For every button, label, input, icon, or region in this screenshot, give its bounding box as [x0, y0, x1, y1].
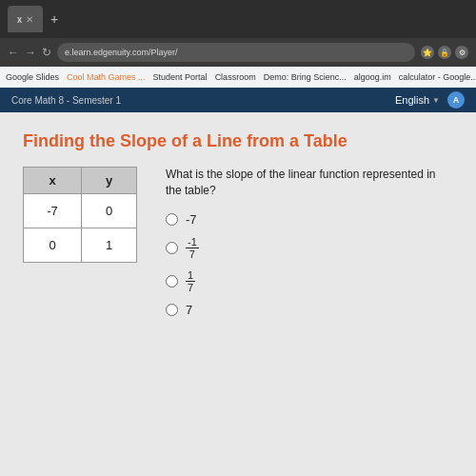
active-tab[interactable]: x ✕	[8, 6, 43, 32]
browser-icons: ⭐ 🔒 ⚙	[421, 46, 468, 59]
cell-x2: 0	[24, 228, 82, 263]
answer-label-4: 7	[186, 303, 192, 317]
cell-x1: -7	[24, 194, 82, 228]
question-area: What is the slope of the linear function…	[166, 167, 453, 327]
fraction-denominator-pos: 7	[186, 282, 195, 293]
forward-button[interactable]: →	[25, 46, 36, 59]
answer-label-3: 1 7	[186, 269, 195, 293]
browser-icon-1: ⭐	[421, 46, 434, 59]
cell-y1: 0	[81, 194, 136, 228]
tab-close-button[interactable]: ✕	[26, 14, 33, 25]
answer-option-4[interactable]: 7	[166, 303, 453, 317]
language-chevron: ▼	[432, 96, 440, 105]
table-row: 0 1	[24, 228, 137, 263]
col-header-y: y	[81, 168, 136, 194]
language-selector[interactable]: English ▼	[395, 94, 440, 106]
address-bar-row: ← → ↻ e.learn.edgenuity.com/Player/ ⭐ 🔒 …	[0, 38, 476, 67]
back-button[interactable]: ←	[8, 46, 19, 59]
browser-icon-2: 🔒	[438, 46, 451, 59]
tab-label: x	[17, 14, 22, 25]
edgenuity-nav: Core Math 8 - Semester 1 English ▼ A	[0, 88, 476, 112]
nav-right: English ▼ A	[395, 91, 465, 109]
browser-icon-3: ⚙	[455, 46, 468, 59]
language-label: English	[395, 94, 429, 106]
course-label: Core Math 8 - Semester 1	[11, 95, 121, 106]
radio-button-2[interactable]	[166, 242, 178, 254]
page-title: Finding the Slope of a Line from a Table	[23, 131, 453, 151]
refresh-button[interactable]: ↻	[42, 46, 51, 59]
new-tab-button[interactable]: +	[47, 11, 62, 27]
answer-label-2: -1 7	[186, 236, 199, 260]
question-text: What is the slope of the linear function…	[166, 167, 453, 199]
main-content: Finding the Slope of a Line from a Table…	[0, 112, 476, 476]
data-table: x y -7 0 0 1	[23, 167, 137, 263]
tab-bar: x ✕ +	[8, 6, 62, 32]
bookmark-google-slides[interactable]: Google Slides	[6, 72, 59, 82]
url-text: e.learn.edgenuity.com/Player/	[65, 48, 177, 57]
browser-chrome: x ✕ +	[0, 0, 476, 38]
avatar[interactable]: A	[447, 91, 465, 109]
answer-option-1[interactable]: -7	[166, 212, 453, 227]
bookmark-student-portal[interactable]: Student Portal	[153, 72, 208, 82]
cell-y2: 1	[81, 228, 136, 263]
fraction-numerator: -1	[186, 236, 199, 248]
radio-button-1[interactable]	[166, 213, 178, 226]
bookmark-calculator[interactable]: calculator - Google...	[399, 72, 476, 82]
content-area: x y -7 0 0 1 What is the slope of the li…	[23, 167, 453, 327]
col-header-x: x	[24, 168, 82, 194]
radio-button-3[interactable]	[166, 275, 178, 288]
radio-button-4[interactable]	[166, 304, 178, 316]
fraction-1-7: 1 7	[186, 269, 195, 293]
bookmark-classroom[interactable]: Classroom	[215, 72, 256, 82]
bookmarks-bar: Google Slides Cool Math Games ... Studen…	[0, 67, 476, 88]
fraction-numerator-pos: 1	[186, 269, 195, 282]
address-bar[interactable]: e.learn.edgenuity.com/Player/	[57, 43, 415, 62]
fraction-neg-1-7: -1 7	[186, 236, 199, 260]
page-title-text: Finding the Slope of a Line from a Table	[23, 131, 347, 150]
answer-option-3[interactable]: 1 7	[166, 269, 453, 293]
answer-option-2[interactable]: -1 7	[166, 236, 453, 260]
bookmark-demo[interactable]: Demo: Bring Scienc...	[264, 72, 347, 82]
bookmark-coolmath[interactable]: Cool Math Games ...	[67, 72, 146, 82]
table-row: -7 0	[24, 194, 137, 228]
bookmark-algoog[interactable]: algoog.im	[354, 72, 391, 82]
answer-label-1: -7	[186, 212, 197, 227]
fraction-denominator: 7	[188, 248, 197, 260]
